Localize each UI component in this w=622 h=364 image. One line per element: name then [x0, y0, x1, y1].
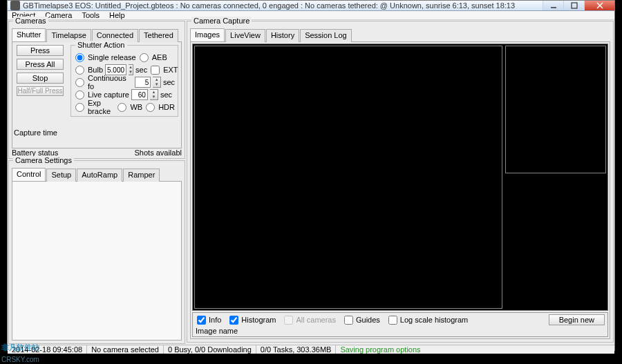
- app-window: GBTimelapse3 EOS: Untitled_Project.gbteo…: [7, 0, 615, 351]
- hdr-radio[interactable]: [146, 103, 155, 112]
- live-capture-spinner[interactable]: ▲▼: [150, 89, 158, 100]
- camera-capture-legend: Camera Capture: [191, 17, 252, 25]
- ext-checkbox[interactable]: [151, 66, 160, 75]
- capture-time-label: Capture time: [14, 128, 57, 137]
- live-capture-label: Live capture: [88, 90, 129, 99]
- control-page: [12, 182, 182, 341]
- single-release-radio[interactable]: [75, 53, 84, 62]
- shutter-action-legend: Shutter Action: [75, 41, 127, 49]
- live-capture-sec-label: sec: [160, 90, 172, 99]
- side-preview[interactable]: [505, 46, 606, 173]
- camera-settings-legend: Camera Settings: [13, 156, 74, 164]
- menu-tools[interactable]: Tools: [82, 11, 100, 19]
- hdr-label: HDR: [158, 103, 175, 111]
- aeb-radio[interactable]: [140, 53, 149, 62]
- log-scale-label: Log scale histogram: [400, 316, 468, 324]
- menu-help[interactable]: Help: [109, 11, 125, 19]
- status-saving: Saving program options: [336, 345, 424, 354]
- histogram-label: Histogram: [241, 316, 276, 324]
- half-full-button[interactable]: Half/Full Press: [17, 86, 64, 96]
- tab-session-log[interactable]: Session Log: [300, 29, 352, 42]
- tab-setup[interactable]: Setup: [46, 169, 76, 182]
- cameras-group: Cameras Shutter Timelapse Connected Teth…: [8, 21, 185, 159]
- info-label: Info: [209, 316, 221, 324]
- live-capture-value[interactable]: 60: [131, 89, 148, 100]
- client-area: Cameras Shutter Timelapse Connected Teth…: [8, 20, 614, 345]
- info-checkbox[interactable]: [197, 316, 206, 325]
- close-button[interactable]: [584, 1, 614, 10]
- all-cameras-label: All cameras: [296, 316, 335, 324]
- minimize-button[interactable]: [543, 1, 563, 10]
- guides-label: Guides: [356, 316, 380, 324]
- cameras-tabstrip: Shutter Timelapse Connected Tethered: [12, 28, 182, 42]
- continuous-spinner[interactable]: ▲▼: [153, 77, 161, 88]
- wb-radio[interactable]: [117, 103, 126, 112]
- status-camera: No camera selected: [87, 345, 164, 354]
- cameras-legend: Cameras: [13, 17, 48, 25]
- statusbar: 2014-02-18 09:45:08 No camera selected 0…: [8, 345, 614, 354]
- press-all-button[interactable]: Press All: [17, 59, 64, 70]
- status-time: 2014-02-18 09:45:08: [8, 345, 87, 354]
- bulb-label: Bulb: [88, 66, 103, 74]
- stop-button[interactable]: Stop: [17, 73, 64, 84]
- tab-history[interactable]: History: [266, 29, 299, 42]
- camera-capture-group: Camera Capture Images LiveView History S…: [187, 21, 614, 343]
- continuous-sec-label: sec: [163, 78, 175, 86]
- status-tasks: 0/0 Tasks, 303.36MB: [256, 345, 337, 354]
- bulb-sec-label: sec: [135, 66, 147, 74]
- tab-shutter[interactable]: Shutter: [12, 28, 46, 41]
- live-capture-radio[interactable]: [75, 90, 84, 99]
- shutter-action-group: Shutter Action Single release AEB Bulb 5…: [70, 45, 178, 117]
- image-name-label: Image name: [196, 327, 238, 335]
- menu-camera[interactable]: Camera: [45, 11, 72, 19]
- press-button[interactable]: Press: [17, 45, 64, 56]
- exp-bracket-radio[interactable]: [75, 103, 84, 112]
- bulb-radio[interactable]: [75, 66, 84, 75]
- camera-settings-group: Camera Settings Control Setup AutoRamp R…: [8, 160, 185, 344]
- tab-ramper[interactable]: Ramper: [123, 169, 160, 182]
- titlebar[interactable]: GBTimelapse3 EOS: Untitled_Project.gbteo…: [8, 1, 614, 11]
- menubar: Project Camera Tools Help: [8, 11, 614, 20]
- tab-tethered[interactable]: Tethered: [139, 29, 178, 42]
- shots-available-label: Shots availabl: [135, 149, 182, 157]
- preview-area: [192, 44, 608, 311]
- continuous-value[interactable]: 5: [135, 77, 151, 88]
- continuous-label: Continuous fo: [88, 74, 133, 90]
- right-pane: Camera Capture Images LiveView History S…: [187, 21, 614, 344]
- window-title: GBTimelapse3 EOS: Untitled_Project.gbteo…: [23, 1, 543, 10]
- aeb-label: AEB: [152, 53, 167, 61]
- log-scale-checkbox[interactable]: [388, 316, 397, 325]
- all-cameras-checkbox: [284, 316, 293, 325]
- tab-control[interactable]: Control: [12, 168, 46, 181]
- tab-images[interactable]: Images: [190, 28, 225, 41]
- settings-tabstrip: Control Setup AutoRamp Ramper: [12, 168, 182, 182]
- tab-autoramp[interactable]: AutoRamp: [77, 169, 122, 182]
- maximize-button[interactable]: [563, 1, 584, 10]
- begin-new-button[interactable]: Begin new: [549, 314, 605, 325]
- exp-bracket-label: Exp bracke: [88, 99, 114, 115]
- svg-rect-1: [572, 3, 577, 8]
- capture-tabstrip: Images LiveView History Session Log: [190, 28, 610, 42]
- histogram-checkbox[interactable]: [229, 316, 238, 325]
- left-pane: Cameras Shutter Timelapse Connected Teth…: [8, 21, 185, 344]
- images-page: Info Histogram All cameras Guides Log sc…: [190, 42, 610, 339]
- continuous-radio[interactable]: [75, 78, 84, 87]
- guides-checkbox[interactable]: [344, 316, 353, 325]
- wb-label: WB: [130, 103, 142, 111]
- single-release-label: Single release: [88, 53, 136, 61]
- watermark-sub: CRSKY.com: [1, 356, 39, 363]
- app-icon: [10, 1, 20, 10]
- status-busy: 0 Busy, 0/0 Downloading: [164, 345, 256, 354]
- capture-bottom-bar: Info Histogram All cameras Guides Log sc…: [192, 312, 608, 337]
- main-preview[interactable]: [194, 46, 502, 309]
- ext-label: EXT: [163, 66, 178, 74]
- tab-liveview[interactable]: LiveView: [225, 29, 265, 42]
- shutter-page: Press Press All Stop Half/Full Press Shu…: [12, 42, 182, 149]
